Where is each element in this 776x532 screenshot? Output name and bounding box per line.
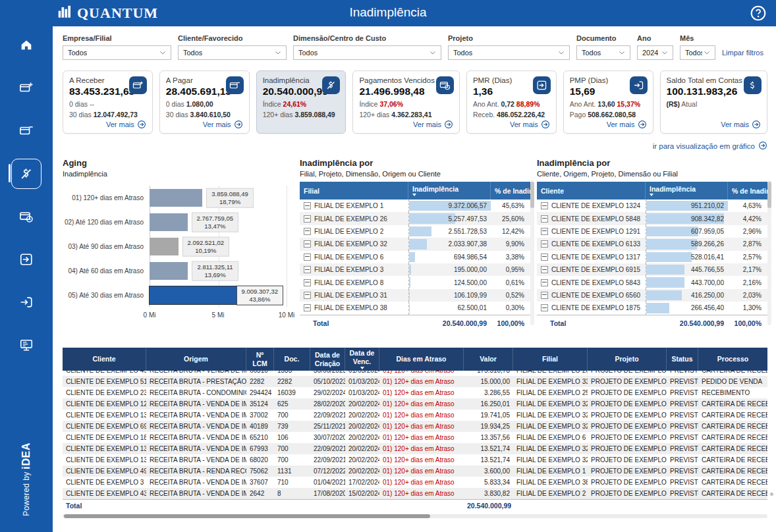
sidebar-item-visualizacao[interactable] (12, 331, 41, 359)
column-header-cliente[interactable]: Cliente (537, 182, 646, 200)
clear-filters-link[interactable]: Limpar filtros (722, 49, 763, 60)
column-header-cliente[interactable]: Cliente (63, 348, 146, 371)
aging-bar[interactable] (150, 238, 179, 255)
ver-mais-link[interactable]: Ver mais (413, 120, 453, 129)
table-row[interactable]: FILIAL DE EXEMPLO 322.033.907,389,90% (300, 238, 530, 250)
sidebar-item-pmp[interactable] (12, 288, 41, 317)
aging-bar[interactable] (150, 189, 202, 207)
column-header-data-de-cria-o[interactable]: Data de Criação (310, 348, 345, 371)
table-row[interactable]: FILIAL DE EXEMPLO 3195.000,000,95% (300, 263, 530, 276)
sidebar-item-home[interactable] (12, 30, 41, 59)
column-header-origem[interactable]: Origem (146, 348, 246, 371)
ver-mais-link[interactable]: Ver mais (607, 120, 647, 129)
kpi-card-saldo-total-em-contas[interactable]: Saldo Total em Contas100.131.983,26(R$) … (660, 70, 768, 134)
aging-bar[interactable] (150, 213, 188, 231)
table-row[interactable]: CLIENTE DE EXEMPLO 5848908.342,824,42% (537, 212, 767, 225)
expand-icon[interactable] (541, 215, 548, 223)
table-row[interactable]: FILIAL DE EXEMPLO 6694.986,543,38% (300, 251, 530, 263)
filter-dropdown-m-s[interactable]: Todos (680, 45, 715, 60)
expand-icon[interactable] (304, 292, 311, 299)
help-button[interactable] (750, 5, 767, 22)
table-row[interactable]: CLIENTE DE EXEMPLO 1291607.959,052,96% (537, 225, 767, 238)
table-row[interactable]: FILIAL DE EXEMPLO 265.257.497,5325,60% (300, 212, 530, 225)
sidebar-item-a-receber[interactable] (12, 73, 41, 102)
table-row[interactable]: CLIENTE DE EXEMPLO 1317RECEITA BRUTA - V… (63, 410, 767, 421)
expand-icon[interactable] (304, 202, 311, 209)
column-header-processo[interactable]: Processo (698, 348, 767, 371)
expand-icon[interactable] (541, 240, 548, 248)
table-row[interactable]: CLIENTE DE EXEMPLO 6133589.266,262,87% (537, 238, 767, 250)
column-header-status[interactable]: Status (667, 348, 698, 371)
expand-icon[interactable] (541, 279, 548, 286)
filter-dropdown-dimens-o-centro-de-custo[interactable]: Todos (293, 45, 441, 60)
kpi-card-inadimpl-ncia[interactable]: Inadimplência20.540.000,99Índice 24,61%1… (256, 70, 346, 134)
column-header-filial[interactable]: Filial (513, 348, 588, 371)
ver-mais-link[interactable]: Ver mais (106, 120, 146, 129)
expand-icon[interactable] (541, 228, 548, 235)
sidebar-item-pagamentos-vencidos[interactable] (12, 202, 41, 231)
expand-icon[interactable] (541, 304, 548, 311)
kpi-card-pmp-dias[interactable]: PMP (Dias)15,69Ano Ant. 13,60 15,37%Pago… (563, 70, 653, 134)
column-header-de-inadim[interactable]: % de Inadim. (491, 182, 530, 200)
table-row[interactable]: CLIENTE DE EXEMPLO 5843443.700,002,16% (537, 276, 767, 288)
sidebar-item-a-pagar[interactable] (12, 116, 41, 145)
vertical-scrollbar-thumb[interactable] (770, 492, 773, 496)
table-row[interactable]: CLIENTE DE EXEMPLO 4356RECEITA BRUTA - V… (63, 488, 767, 499)
table-row[interactable]: CLIENTE DE EXEMPLO 1317RECEITA BRUTA - V… (63, 443, 767, 454)
horizontal-scrollbar[interactable] (63, 514, 767, 518)
table-row[interactable]: CLIENTE DE EXEMPLO 4996RECEITA BRUTA - V… (63, 371, 767, 376)
aging-bar[interactable] (150, 262, 188, 280)
table-row[interactable]: CLIENTE DE EXEMPLO 6915445.766,552,17% (537, 263, 767, 276)
expand-icon[interactable] (304, 266, 311, 273)
table-row[interactable]: CLIENTE DE EXEMPLO 1324951.210,024,63% (537, 200, 767, 212)
kpi-card-pmr-dias[interactable]: PMR (Dias)1,36Ano Ant. 0,72 88,89%Receb.… (466, 70, 557, 134)
graph-view-link[interactable]: ir para visualização em gráfico (63, 141, 767, 151)
horizontal-scrollbar-thumb[interactable] (64, 514, 430, 518)
expand-icon[interactable] (541, 266, 548, 273)
kpi-card-a-receber[interactable]: A Receber83.453.231,630 dias --30 dias 1… (63, 70, 153, 134)
column-header-valor[interactable]: Valor (464, 348, 513, 371)
table-row[interactable]: CLIENTE DE EXEMPLO 1875RECEITA BRUTA - V… (63, 432, 767, 443)
table-row[interactable]: FILIAL DE EXEMPLO 31106.109,990,52% (300, 289, 530, 302)
column-header-de-inadim[interactable]: % de Inadim. (728, 182, 767, 200)
filter-dropdown-empresa-filial[interactable]: Todos (63, 45, 171, 60)
expand-icon[interactable] (304, 253, 311, 261)
column-header-projeto[interactable]: Projeto (588, 348, 667, 371)
column-header-dias-em-atraso[interactable]: Dias em Atraso (379, 348, 464, 371)
column-header-inadimpl-ncia[interactable]: Inadimplência (646, 182, 728, 200)
table-row[interactable]: CLIENTE DE EXEMPLO 1317RECEITA BRUTA - V… (63, 454, 767, 466)
kpi-card-pagamentos-vencidos[interactable]: Pagamentos Vencidos21.496.998,48Índice 3… (352, 70, 459, 134)
vertical-scrollbar-thumb[interactable] (767, 182, 771, 208)
expand-icon[interactable] (304, 304, 311, 311)
table-row[interactable]: FILIAL DE EXEMPLO 3862.500,010,30% (300, 302, 530, 314)
table-row[interactable]: CLIENTE DE EXEMPLO 2389RECEITA BRUTA - C… (63, 387, 767, 398)
expand-icon[interactable] (541, 292, 548, 299)
ver-mais-link[interactable]: Ver mais (203, 120, 243, 129)
ver-mais-link[interactable]: Ver mais (510, 120, 550, 129)
filter-dropdown-ano[interactable]: 2024 (637, 45, 673, 60)
vertical-scrollbar[interactable] (530, 180, 534, 325)
vertical-scrollbar-thumb[interactable] (530, 182, 534, 208)
table-row[interactable]: FILIAL DE EXEMPLO 19.372.006,5745,63% (300, 200, 530, 212)
table-row[interactable]: CLIENTE DE EXEMPLO 5131RECEITA BRUTA - P… (63, 376, 767, 387)
filter-dropdown-projeto[interactable]: Todos (448, 45, 570, 60)
column-header-n-lcm[interactable]: Nº LCM (246, 348, 274, 371)
column-header-inadimpl-ncia[interactable]: Inadimplência (408, 182, 491, 200)
table-row[interactable]: CLIENTE DE EXEMPLO 1875266.456,401,30% (537, 302, 767, 314)
column-header-doc[interactable]: Doc. (274, 348, 310, 371)
expand-icon[interactable] (304, 228, 311, 235)
expand-icon[interactable] (304, 240, 311, 248)
ver-mais-link[interactable]: Ver mais (721, 120, 761, 129)
kpi-card-a-pagar[interactable]: A Pagar28.405.691,130 dias 1.080,0030 di… (159, 70, 250, 134)
table-row[interactable]: CLIENTE DE EXEMPLO 6915RECEITA BRUTA - V… (63, 421, 767, 432)
table-row[interactable]: CLIENTE DE EXEMPLO 4981RECEITA BRUTA - R… (63, 466, 767, 477)
expand-icon[interactable] (304, 279, 311, 286)
column-header-data-de-venc[interactable]: Data de Venc. (345, 348, 379, 371)
table-row[interactable]: CLIENTE DE EXEMPLO 3RECEITA BRUTA - VEND… (63, 477, 767, 488)
filter-dropdown-cliente-favorecido[interactable]: Todos (178, 45, 287, 60)
filter-dropdown-documento[interactable]: Todos (576, 45, 630, 60)
table-row[interactable]: FILIAL DE EXEMPLO 8124.500,000,61% (300, 276, 530, 288)
table-row[interactable]: CLIENTE DE EXEMPLO 1291RECEITA BRUTA - V… (63, 398, 767, 410)
sidebar-item-pmr[interactable] (12, 245, 41, 274)
vertical-scrollbar[interactable] (767, 180, 771, 325)
